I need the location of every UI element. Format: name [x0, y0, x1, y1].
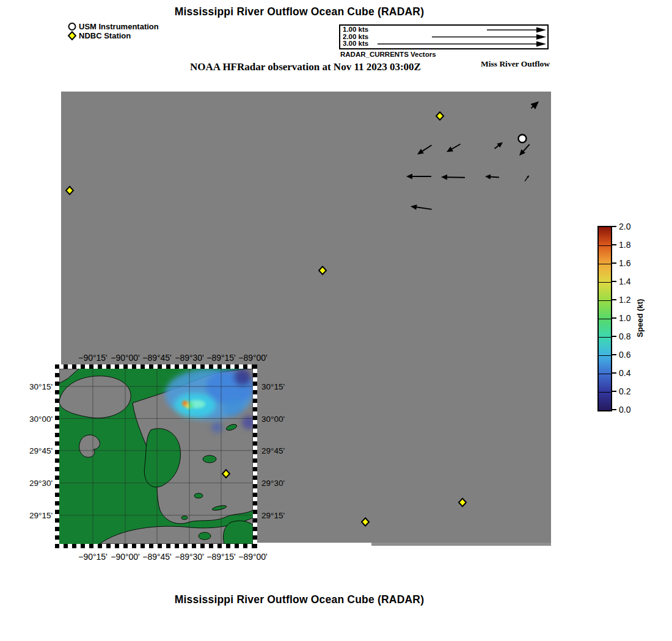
colorbar-tick: 1.8 [612, 240, 630, 250]
inset-border-bottom [55, 544, 257, 548]
colorbar-divider [599, 392, 611, 393]
lon-tick-label: −90°00' [111, 552, 140, 562]
colorbar-divider [599, 282, 611, 283]
colorbar-tick: 1.4 [612, 277, 630, 286]
inset-border-right [253, 364, 257, 548]
lat-tick-label: 29°30' [261, 479, 298, 488]
page-title: Mississippi River Outflow Ocean Cube (RA… [55, 5, 544, 18]
colorbar-tick: 2.0 [612, 222, 630, 231]
lon-tick-label: −89°45' [142, 353, 172, 363]
colorbar-divider [599, 337, 611, 338]
colorbar-divider [599, 355, 611, 356]
usm-circle-icon [67, 22, 77, 31]
corner-label: Miss River Outflow [470, 59, 550, 69]
legend-ndbc-label: NDBC Station [79, 31, 131, 40]
lat-tick-label: 30°00' [261, 415, 298, 424]
lon-tick-label: −90°15' [78, 552, 108, 562]
scale-caption: RADAR_CURRENTS Vectors [340, 51, 436, 58]
lat-tick-label: 29°45' [16, 446, 53, 455]
colorbar-tick: 0.2 [612, 386, 630, 396]
colorbar-tick: 0.8 [612, 331, 630, 341]
lon-tick-label: −90°00' [111, 353, 140, 363]
colorbar-axis-label: Speed (kt) [635, 294, 645, 342]
colorbar-divider [599, 300, 611, 301]
bottom-title: Mississippi River Outflow Ocean Cube (RA… [55, 593, 544, 606]
colorbar-tick: 0.6 [612, 350, 630, 360]
colorbar-tick: 1.6 [612, 258, 630, 268]
lat-tick-label: 29°30' [16, 479, 53, 488]
lon-tick-label: −89°00' [238, 353, 268, 363]
lat-tick-label: 30°15' [261, 382, 298, 391]
lat-tick-label: 29°45' [261, 446, 298, 455]
lat-tick-label: 29°15' [16, 511, 53, 520]
vector-scale-box: 1.00 kts 2.00 kts 3.00 kts [339, 24, 549, 49]
legend-usm-label: USM Instrumentation [79, 22, 159, 31]
lat-tick-label: 30°15' [16, 382, 53, 391]
legend-row-ndbc: NDBC Station [67, 31, 159, 40]
colorbar-divider [599, 374, 611, 374]
lon-tick-label: −89°45' [142, 552, 172, 562]
lon-tick-label: −89°00' [238, 552, 268, 562]
inset-border-left [55, 364, 59, 548]
scale-arrows-icon [340, 26, 547, 48]
colorbar-tick: 1.0 [612, 313, 630, 323]
lon-tick-label: −89°15' [206, 552, 236, 562]
figure-page: Mississippi River Outflow Ocean Cube (RA… [0, 0, 672, 641]
legend-row-usm: USM Instrumentation [67, 22, 159, 31]
marker-legend: USM Instrumentation NDBC Station [67, 22, 159, 40]
colorbar-divider [599, 264, 611, 264]
lat-tick-label: 29°15' [261, 511, 298, 520]
lat-tick-label: 30°00' [16, 415, 53, 424]
colorbar-tick: 1.2 [612, 295, 630, 305]
lon-tick-label: −89°15' [206, 353, 236, 363]
colorbar-tick: 0.4 [612, 368, 630, 378]
panel-bottom-strip [371, 543, 551, 546]
colorbar-divider [599, 319, 611, 319]
colorbar-divider [599, 245, 611, 246]
lon-tick-label: −89°30' [175, 353, 204, 363]
colorbar-tick: 0.0 [612, 405, 630, 415]
lon-tick-label: −89°30' [175, 552, 204, 562]
inset-border-top [55, 364, 257, 369]
ndbc-diamond-icon [67, 31, 77, 40]
colorbar [597, 226, 612, 411]
lon-tick-label: −90°15' [78, 353, 108, 363]
inset-map [59, 369, 253, 544]
